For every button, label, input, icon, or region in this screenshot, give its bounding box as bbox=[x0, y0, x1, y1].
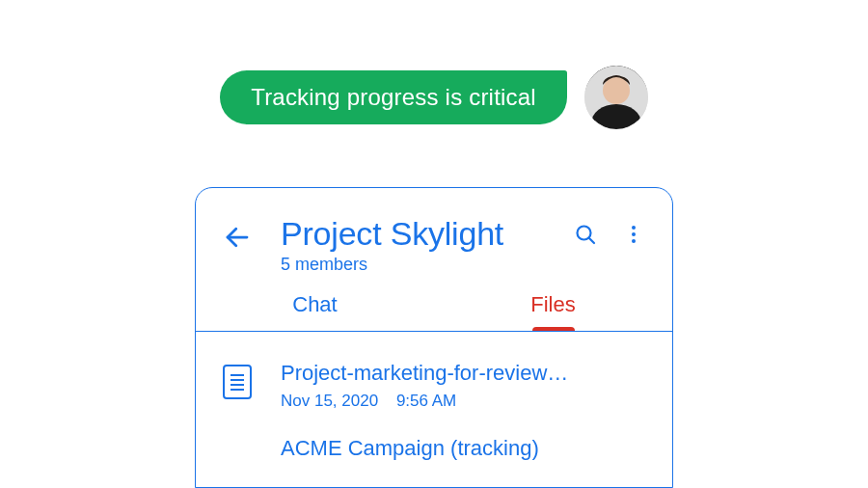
chat-room-card: Project Skylight 5 members Chat Files bbox=[195, 187, 673, 488]
more-icon[interactable] bbox=[622, 223, 645, 246]
tabs: Chat Files bbox=[196, 292, 672, 331]
file-date: Nov 15, 2020 bbox=[281, 392, 378, 410]
chat-bubble: Tracking progress is critical bbox=[220, 70, 567, 124]
svg-point-9 bbox=[632, 239, 636, 243]
svg-point-7 bbox=[632, 226, 636, 230]
file-subline: Nov 15, 2020 9:56 AM bbox=[281, 392, 645, 411]
file-row[interactable]: ACME Campaign (tracking) bbox=[223, 436, 645, 474]
avatar bbox=[584, 66, 648, 129]
file-list: Project-marketing-for-review… Nov 15, 20… bbox=[196, 332, 672, 474]
file-meta: ACME Campaign (tracking) bbox=[281, 436, 645, 461]
members-label: 5 members bbox=[281, 255, 574, 275]
tab-files[interactable]: Files bbox=[434, 292, 672, 331]
svg-point-3 bbox=[603, 77, 630, 104]
file-name: ACME Campaign (tracking) bbox=[281, 436, 645, 461]
card-header: Project Skylight 5 members bbox=[196, 188, 672, 275]
file-row[interactable]: Project-marketing-for-review… Nov 15, 20… bbox=[223, 361, 645, 411]
svg-line-6 bbox=[589, 238, 595, 244]
svg-point-8 bbox=[632, 232, 636, 236]
chat-message-row: Tracking progress is critical bbox=[0, 66, 868, 129]
file-time: 9:56 AM bbox=[396, 392, 456, 410]
tab-chat[interactable]: Chat bbox=[196, 292, 434, 331]
header-actions bbox=[574, 223, 645, 246]
back-button[interactable] bbox=[223, 223, 252, 252]
search-icon[interactable] bbox=[574, 223, 597, 246]
doc-icon bbox=[223, 365, 252, 399]
title-block: Project Skylight 5 members bbox=[281, 215, 574, 275]
room-title: Project Skylight bbox=[281, 215, 574, 253]
file-name: Project-marketing-for-review… bbox=[281, 361, 645, 386]
file-meta: Project-marketing-for-review… Nov 15, 20… bbox=[281, 361, 645, 411]
